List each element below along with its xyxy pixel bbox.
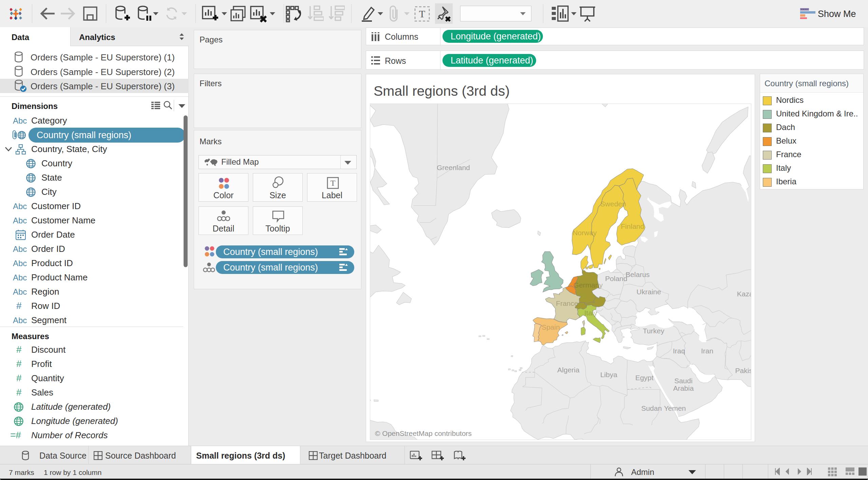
svg-text:Algeria: Algeria — [557, 366, 580, 374]
svg-text:Greenland: Greenland — [437, 164, 470, 171]
svg-text:Poland: Poland — [605, 275, 627, 282]
svg-text:Iran: Iran — [701, 347, 713, 355]
svg-text:Belarus: Belarus — [625, 271, 649, 278]
svg-text:Sweden: Sweden — [600, 200, 626, 208]
svg-text:Libya: Libya — [600, 371, 618, 379]
svg-text:T: T — [419, 8, 425, 19]
svg-text:Pakista: Pakista — [735, 367, 751, 374]
svg-text:Arabia: Arabia — [673, 384, 694, 392]
svg-text:Iraq: Iraq — [673, 347, 685, 355]
svg-text:T: T — [331, 179, 336, 187]
svg-text:Yemen: Yemen — [664, 404, 686, 412]
svg-text:Ukraine: Ukraine — [637, 288, 661, 296]
svg-text:Egypt: Egypt — [635, 374, 654, 382]
svg-text:Germany: Germany — [573, 281, 603, 289]
svg-text:Sudan: Sudan — [641, 404, 662, 412]
svg-text:Italy: Italy — [584, 309, 598, 317]
svg-text:France: France — [556, 299, 578, 307]
svg-text:Norway: Norway — [572, 229, 597, 237]
svg-text:Kazak: Kazak — [737, 290, 751, 298]
svg-text:Finland: Finland — [621, 222, 644, 230]
svg-text:Saudi: Saudi — [674, 377, 693, 385]
svg-text:Spain: Spain — [542, 323, 560, 331]
svg-text:Turkey: Turkey — [643, 327, 664, 335]
